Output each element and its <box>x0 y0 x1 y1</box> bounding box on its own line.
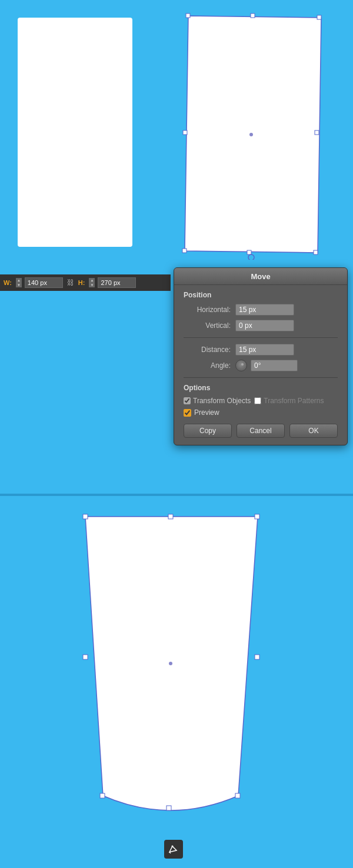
transform-objects-checkbox[interactable] <box>184 397 191 404</box>
vertical-label: Vertical: <box>184 321 231 330</box>
options-checkboxes: Transform Objects Transform Patterns <box>184 397 338 405</box>
preview-checkbox[interactable] <box>184 409 191 417</box>
svg-rect-11 <box>83 514 88 519</box>
bottom-canvas-area <box>0 494 353 868</box>
left-shape <box>18 18 132 247</box>
dialog-buttons: Copy Cancel OK <box>184 424 338 438</box>
svg-point-20 <box>172 846 174 847</box>
svg-marker-0 <box>185 16 321 253</box>
width-input[interactable] <box>25 277 63 288</box>
angle-row: Angle: <box>184 360 338 371</box>
position-section-label: Position <box>184 291 338 299</box>
svg-rect-18 <box>255 655 259 659</box>
cancel-button[interactable]: Cancel <box>237 424 285 438</box>
svg-rect-14 <box>235 793 240 798</box>
toolbar: W: ▲ ▼ ⛓ H: ▲ ▼ <box>0 274 171 291</box>
svg-rect-2 <box>317 15 321 19</box>
top-canvas-area: W: ▲ ▼ ⛓ H: ▲ ▼ Move Position Horizontal… <box>0 0 353 494</box>
dialog-title: Move <box>174 268 347 285</box>
divider-1 <box>184 337 338 338</box>
svg-rect-6 <box>247 250 251 254</box>
divider-2 <box>184 377 338 378</box>
svg-rect-1 <box>186 14 190 18</box>
pen-tool-cursor <box>164 840 183 859</box>
angle-wheel[interactable] <box>235 360 247 371</box>
svg-point-9 <box>249 133 253 136</box>
svg-rect-4 <box>314 250 318 254</box>
svg-rect-5 <box>251 14 255 18</box>
distance-row: Distance: <box>184 344 338 356</box>
horizontal-label: Horizontal: <box>184 306 231 314</box>
vertical-row: Vertical: <box>184 320 338 331</box>
width-up-btn[interactable]: ▲ <box>16 278 22 283</box>
move-dialog: Move Position Horizontal: Vertical: Dist… <box>174 267 348 445</box>
preview-row: Preview <box>184 408 338 417</box>
transform-objects-text: Transform Objects <box>193 397 251 405</box>
copy-button[interactable]: Copy <box>184 424 232 438</box>
svg-rect-13 <box>100 793 105 798</box>
width-down-btn[interactable]: ▼ <box>16 283 22 287</box>
svg-rect-16 <box>166 806 171 810</box>
distance-input[interactable] <box>235 344 294 356</box>
angle-input[interactable] <box>251 360 298 371</box>
ok-button[interactable]: OK <box>289 424 338 438</box>
angle-label: Angle: <box>184 361 231 370</box>
angle-indicator <box>241 363 244 366</box>
height-input[interactable] <box>98 277 136 288</box>
options-section-label: Options <box>184 384 338 392</box>
horizontal-input[interactable] <box>235 304 294 316</box>
link-icon: ⛓ <box>67 279 74 287</box>
width-stepper[interactable]: ▲ ▼ <box>16 278 22 287</box>
width-label: W: <box>4 279 12 286</box>
transform-patterns-text: Transform Patterns <box>264 397 324 405</box>
svg-rect-15 <box>168 514 173 519</box>
horizontal-row: Horizontal: <box>184 304 338 316</box>
cup-shape-svg <box>82 514 262 834</box>
transform-patterns-checkbox[interactable] <box>254 397 261 404</box>
right-shape-canvas <box>181 13 327 260</box>
svg-rect-12 <box>255 514 259 519</box>
transform-patterns-label[interactable]: Transform Patterns <box>254 397 324 405</box>
svg-rect-17 <box>83 655 88 659</box>
preview-label: Preview <box>194 408 219 417</box>
height-up-btn[interactable]: ▲ <box>89 278 95 283</box>
transform-objects-label[interactable]: Transform Objects <box>184 397 251 405</box>
svg-rect-8 <box>315 130 319 135</box>
dialog-body: Position Horizontal: Vertical: Distance:… <box>174 285 347 445</box>
pen-icon <box>168 843 179 855</box>
svg-point-19 <box>169 662 172 665</box>
height-stepper[interactable]: ▲ ▼ <box>89 278 95 287</box>
height-down-btn[interactable]: ▼ <box>89 283 95 287</box>
svg-rect-3 <box>182 249 187 253</box>
svg-point-10 <box>248 254 254 260</box>
svg-rect-7 <box>183 130 187 135</box>
distance-label: Distance: <box>184 346 231 354</box>
height-label: H: <box>78 279 85 286</box>
vertical-input[interactable] <box>235 320 294 331</box>
